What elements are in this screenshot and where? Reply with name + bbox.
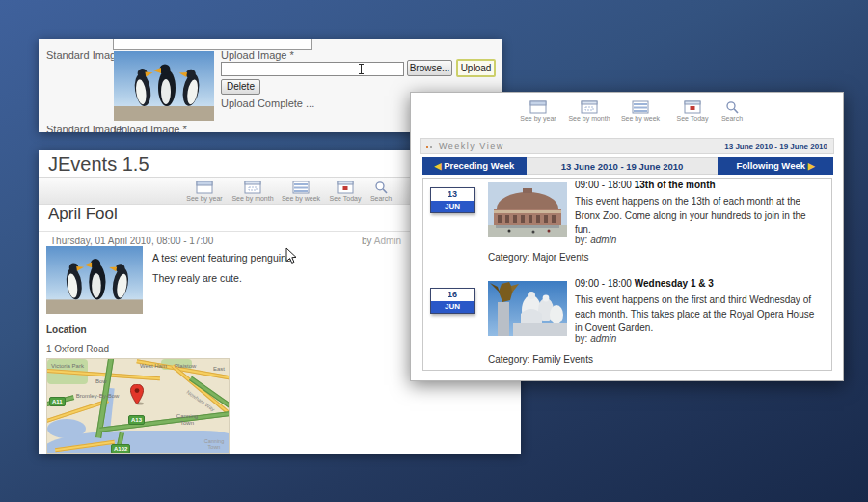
calendar-week-icon	[632, 100, 649, 114]
location-address: 1 Oxford Road	[46, 344, 109, 354]
event1-category-value: Major Events	[532, 252, 588, 263]
map-label-plaistow: Plaistow	[175, 363, 196, 370]
toolbar-see-by-week[interactable]: See by week	[616, 100, 665, 122]
page-title: JEvents 1.5	[48, 153, 149, 176]
author-name: Admin	[374, 236, 401, 246]
event1-albert-hall-image[interactable]	[488, 182, 567, 237]
location-label: Location	[46, 324, 87, 335]
upload-image-label: Upload Image *	[221, 49, 294, 61]
toolbar-search[interactable]: Search	[357, 181, 405, 202]
penguins-event-image	[46, 246, 143, 314]
week-date-range: 13 June 2010 - 19 June 2010	[527, 157, 718, 175]
following-week-button[interactable]: Following Week ▶	[718, 157, 833, 175]
toolbar-see-by-month[interactable]: See by month	[229, 181, 277, 202]
map-badge-a11: A11	[49, 397, 66, 406]
preceding-week-button[interactable]: ◀ Preceding Week	[422, 157, 527, 175]
upload-button[interactable]: Upload	[456, 59, 496, 77]
header-date-range: 13 June 2010 - 19 June 2010	[724, 139, 827, 153]
event2-description: This event happens on the first and thir…	[575, 293, 824, 336]
event-datetime: Thursday, 01 April 2010, 08:00 - 17:00	[50, 236, 213, 246]
map-label-bow: Bow	[95, 378, 107, 385]
standard-image-label-row2: Standard Image	[46, 124, 122, 132]
bullet-dots-icon	[426, 146, 434, 149]
event2-author: admin	[590, 333, 616, 344]
calendar-week-icon	[292, 181, 310, 194]
event1-title: 13th of the month	[635, 180, 716, 190]
upload-complete-status: Upload Complete ...	[221, 98, 314, 109]
event-title: April Fool	[48, 205, 118, 224]
by-label: by	[362, 236, 374, 246]
calendar-year-icon	[196, 181, 213, 194]
map-label-canning-town: Canning Town	[171, 413, 203, 427]
map-label-west-ham: West Ham	[134, 363, 173, 370]
event2-time: 09:00 - 18:00	[575, 278, 635, 289]
upload-image-input[interactable]	[221, 62, 404, 76]
location-map[interactable]: Victoria Park Bow Bromley-By-Bow West Ha…	[46, 358, 230, 454]
event1-author: admin	[590, 235, 616, 245]
map-pin-icon	[130, 384, 144, 405]
toolbar-see-by-week[interactable]: See by week	[277, 181, 325, 202]
search-icon	[372, 181, 390, 194]
map-label-bromley-by-bow: Bromley-By-Bow	[67, 393, 128, 400]
map-road-a13	[99, 410, 230, 432]
map-badge-a102: A102	[111, 444, 130, 454]
event2-title: Wednesday 1 & 3	[635, 278, 714, 289]
event1-category: Category: Major Events	[488, 252, 589, 263]
standard-image-label: Standard Image	[46, 49, 122, 61]
map-water	[47, 419, 86, 438]
upload-image-label-row2: Upload Image *	[114, 124, 187, 132]
map-label-victoria-park: Victoria Park	[51, 363, 84, 370]
event2-date-badge[interactable]: 16 JUN	[430, 288, 475, 314]
penguins-thumbnail-image	[114, 51, 214, 121]
toolbar-see-by-year[interactable]: See by year	[514, 100, 562, 122]
delete-button[interactable]: Delete	[221, 79, 260, 95]
toolbar-search[interactable]: Search	[708, 100, 756, 122]
map-badge-a13: A13	[128, 415, 145, 425]
event1-day: 13	[431, 188, 474, 201]
event-description-line2: They realy are cute.	[152, 272, 242, 284]
weekly-view-panel: See by year See by month See by week See…	[410, 92, 844, 381]
map-label-east: East	[213, 366, 225, 373]
weekly-view-title: Weekly View	[439, 139, 504, 153]
event1-byline: by: admin	[575, 235, 616, 245]
calendar-year-icon	[529, 100, 547, 114]
calendar-today-icon	[337, 181, 354, 194]
event2-statue-image[interactable]	[488, 281, 567, 336]
weekly-view-header: Weekly View 13 June 2010 - 19 June 2010	[420, 138, 834, 154]
desktop-background: Standard Image Upload Image *	[0, 0, 868, 502]
event1-month: JUN	[431, 201, 474, 212]
event2-title-line[interactable]: 09:00 - 18:00 Wednesday 1 & 3	[575, 278, 714, 289]
map-label-canning-town-2: Canning Town	[200, 438, 229, 451]
toolbar-see-by-year[interactable]: See by year	[180, 181, 229, 202]
event1-date-badge[interactable]: 13 JUN	[430, 187, 475, 213]
event2-category-value: Family Events	[532, 354, 593, 365]
left-arrow-icon: ◀	[435, 161, 442, 171]
calendar-month-icon	[244, 181, 261, 194]
event1-time: 09:00 - 18:00	[575, 180, 635, 190]
browse-button[interactable]: Browse...	[407, 60, 452, 76]
event2-month: JUN	[431, 301, 474, 313]
event-author: by Admin	[362, 236, 401, 246]
event2-category: Category: Family Events	[488, 354, 593, 365]
event1-title-line[interactable]: 09:00 - 18:00 13th of the month	[575, 180, 716, 190]
map-dock-water	[140, 434, 169, 445]
calendar-month-icon	[581, 100, 598, 114]
event1-description: This event happens on the 13th of each m…	[575, 195, 824, 237]
text-cursor-icon	[361, 64, 362, 74]
right-arrow-icon: ▶	[808, 161, 815, 171]
mouse-cursor-icon	[285, 247, 297, 265]
event2-day: 16	[431, 289, 474, 301]
calendar-today-icon	[684, 100, 701, 114]
toolbar-see-by-month[interactable]: See by month	[565, 100, 613, 122]
event-description-line1: A test event featuring penguins.	[152, 252, 294, 264]
search-icon	[723, 100, 741, 114]
event2-byline: by: admin	[575, 333, 616, 344]
